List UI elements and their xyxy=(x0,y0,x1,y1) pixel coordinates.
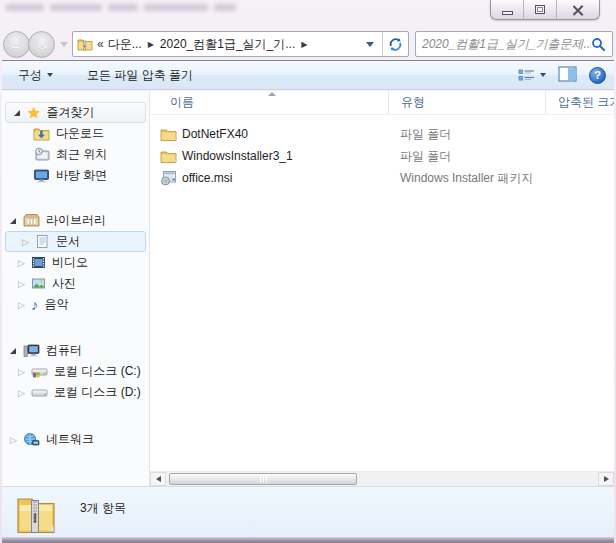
minimize-button[interactable] xyxy=(491,0,524,19)
sidebar-item-label: 라이브러리 xyxy=(46,212,106,229)
column-header-name[interactable]: 이름 xyxy=(150,91,388,114)
sidebar-item-label: 컴퓨터 xyxy=(46,342,82,359)
refresh-button[interactable] xyxy=(382,32,408,56)
sidebar-item-label: 로컬 디스크 (C:) xyxy=(54,363,141,380)
expander-closed-icon[interactable]: ▷ xyxy=(22,237,28,247)
title-bar xyxy=(0,0,616,29)
installer-package-icon xyxy=(160,170,177,186)
search-input[interactable] xyxy=(422,37,591,51)
file-row-dotnetfx40[interactable]: DotNetFX40 파일 폴더 xyxy=(150,123,614,145)
expander-open-icon[interactable] xyxy=(10,348,16,354)
column-header-type[interactable]: 유형 xyxy=(388,91,546,114)
expander-closed-icon[interactable]: ▷ xyxy=(18,300,24,310)
expander-closed-icon[interactable]: ▷ xyxy=(18,258,24,268)
network-icon xyxy=(23,432,40,447)
help-button[interactable]: ? xyxy=(589,67,606,84)
scrollbar-track[interactable] xyxy=(166,472,598,486)
sidebar-item-local-disk-c[interactable]: ▷ 로컬 디스크 (C:) xyxy=(2,361,149,382)
scrollbar-thumb[interactable] xyxy=(169,473,357,485)
column-headers: 이름 유형 압축된 크기 xyxy=(150,91,614,115)
minimize-icon xyxy=(502,11,513,15)
sidebar-item-label: 즐겨찾기 xyxy=(46,104,94,121)
address-dropdown-icon[interactable] xyxy=(366,42,374,47)
expander-closed-icon[interactable]: ▷ xyxy=(18,367,24,377)
sidebar-item-downloads[interactable]: 다운로드 xyxy=(2,123,149,144)
scroll-right-button[interactable] xyxy=(598,472,614,486)
breadcrumb[interactable]: « 다운... ▶ 2020_컴활1급_실기_기... ▶ xyxy=(93,36,358,53)
forward-button[interactable]: ⤿ xyxy=(28,31,55,58)
sidebar-item-label: 비디오 xyxy=(52,254,88,271)
expander-closed-icon[interactable]: ▷ xyxy=(18,279,24,289)
breadcrumb-arrow-icon[interactable]: ▶ xyxy=(299,40,309,49)
file-type: 파일 폴더 xyxy=(388,126,546,143)
column-header-compressed-size[interactable]: 압축된 크기 xyxy=(546,91,614,114)
pictures-icon xyxy=(31,276,46,291)
expander-closed-icon[interactable]: ▷ xyxy=(18,388,24,398)
close-icon xyxy=(572,5,584,15)
explorer-window: ⤾ ⤿ « 다운... ▶ 2020_컴활1급_실기_기... ▶ xyxy=(0,0,616,543)
item-count: 3개 항목 xyxy=(80,500,126,517)
close-button[interactable] xyxy=(557,0,599,19)
file-row-windowsinstaller3-1[interactable]: WindowsInstaller3_1 파일 폴더 xyxy=(150,145,614,167)
sidebar-item-label: 문서 xyxy=(56,233,80,250)
navigation-bar: ⤾ ⤿ « 다운... ▶ 2020_컴활1급_실기_기... ▶ xyxy=(3,30,613,58)
zip-folder-large-icon xyxy=(15,491,57,536)
file-row-office-msi[interactable]: office.msi Windows Installer 패키지 xyxy=(150,167,614,189)
preview-pane-button[interactable] xyxy=(558,66,577,85)
breadcrumb-overflow-chevron[interactable]: « xyxy=(97,37,104,51)
back-button[interactable]: ⤾ xyxy=(3,31,30,58)
chevron-down-icon xyxy=(47,73,53,77)
file-type: Windows Installer 패키지 xyxy=(388,170,546,187)
sidebar-item-pictures[interactable]: ▷ 사진 xyxy=(2,273,149,294)
sort-ascending-icon xyxy=(268,92,276,96)
breadcrumb-arrow-icon[interactable]: ▶ xyxy=(146,40,156,49)
sidebar-item-documents[interactable]: ▷ 문서 xyxy=(5,231,146,252)
navigation-pane: ★ 즐겨찾기 다운로드 최근 위치 xyxy=(2,91,150,486)
organize-button[interactable]: 구성 xyxy=(10,63,61,88)
restore-button[interactable] xyxy=(524,0,557,19)
extract-all-button[interactable]: 모든 파일 압축 풀기 xyxy=(79,63,201,88)
sidebar-item-computer[interactable]: 컴퓨터 xyxy=(2,340,149,361)
sidebar-item-videos[interactable]: ▷ 비디오 xyxy=(2,252,149,273)
videos-icon xyxy=(31,255,46,270)
breadcrumb-item[interactable]: 2020_컴활1급_실기_기... xyxy=(160,36,295,53)
sidebar-item-recent-places[interactable]: 최근 위치 xyxy=(2,144,149,165)
scroll-left-icon xyxy=(156,476,161,482)
status-bar: 3개 항목 xyxy=(2,486,614,537)
scroll-left-button[interactable] xyxy=(150,472,166,486)
window-controls xyxy=(490,0,600,20)
sidebar-item-network[interactable]: ▷ 네트워크 xyxy=(2,429,149,450)
folder-icon xyxy=(160,127,177,142)
file-list-area: 이름 유형 압축된 크기 DotN xyxy=(150,91,614,486)
sidebar-item-libraries[interactable]: 라이브러리 xyxy=(2,210,149,231)
window-border-left xyxy=(0,0,2,543)
address-bar[interactable]: « 다운... ▶ 2020_컴활1급_실기_기... ▶ xyxy=(72,31,409,57)
sidebar-item-favorites[interactable]: ★ 즐겨찾기 xyxy=(5,102,146,123)
horizontal-scrollbar[interactable] xyxy=(150,471,614,486)
file-name: office.msi xyxy=(182,171,232,185)
expander-open-icon[interactable] xyxy=(14,110,20,116)
sidebar-item-local-disk-d[interactable]: ▷ 로컬 디스크 (D:) xyxy=(2,382,149,403)
sidebar-item-desktop[interactable]: 바탕 화면 xyxy=(2,165,149,186)
search-icon[interactable] xyxy=(591,37,606,52)
downloads-folder-icon xyxy=(33,126,50,141)
search-box[interactable] xyxy=(415,31,613,57)
music-note-icon: ♪ xyxy=(31,297,39,312)
expander-open-icon[interactable] xyxy=(10,218,16,224)
breadcrumb-item[interactable]: 다운... xyxy=(108,36,142,53)
folder-icon xyxy=(160,149,177,164)
views-list-icon xyxy=(518,68,536,83)
change-view-button[interactable] xyxy=(518,68,546,83)
sidebar-item-label: 음악 xyxy=(45,296,69,313)
sidebar-item-label: 다운로드 xyxy=(56,125,104,142)
file-name: WindowsInstaller3_1 xyxy=(182,149,293,163)
disk-c-icon xyxy=(31,364,48,379)
expander-closed-icon[interactable]: ▷ xyxy=(10,435,16,445)
file-name: DotNetFX40 xyxy=(182,127,248,141)
extract-all-label: 모든 파일 압축 풀기 xyxy=(87,67,193,84)
recent-pages-dropdown[interactable] xyxy=(60,42,68,47)
sidebar-item-music[interactable]: ▷ ♪ 음악 xyxy=(2,294,149,315)
sidebar-item-label: 바탕 화면 xyxy=(56,167,107,184)
blurred-title-text xyxy=(6,4,236,11)
star-icon: ★ xyxy=(27,105,40,120)
